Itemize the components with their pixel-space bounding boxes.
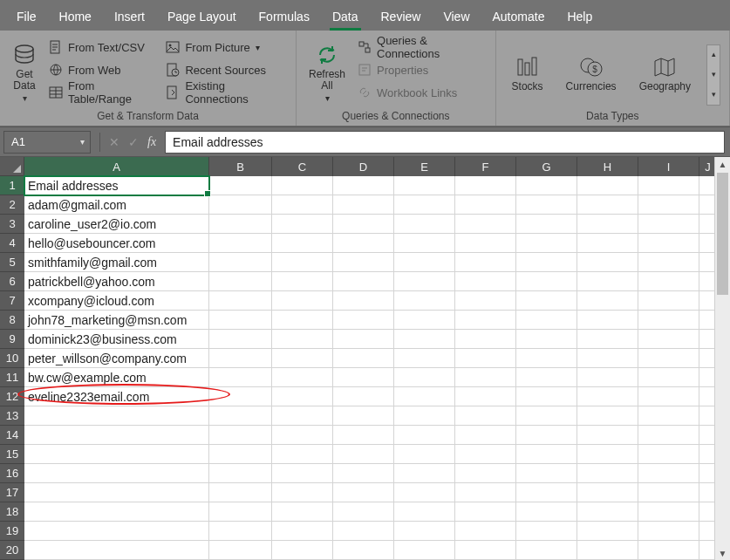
- row-header-1[interactable]: 1: [0, 176, 24, 195]
- cell-D4[interactable]: [333, 234, 394, 253]
- row-header-20[interactable]: 20: [0, 541, 24, 560]
- cell-I4[interactable]: [638, 234, 699, 253]
- cell-B17[interactable]: [209, 483, 272, 502]
- cell-D17[interactable]: [333, 483, 394, 502]
- formula-input[interactable]: Email addresses: [165, 131, 725, 154]
- cell-D3[interactable]: [333, 215, 394, 234]
- row-header-3[interactable]: 3: [0, 215, 24, 234]
- cell-H10[interactable]: [577, 349, 638, 368]
- cell-B20[interactable]: [209, 541, 272, 560]
- cell-H8[interactable]: [577, 311, 638, 330]
- workbook-links-button[interactable]: Workbook Links: [358, 81, 487, 104]
- cell-F14[interactable]: [455, 426, 516, 445]
- cell-F10[interactable]: [455, 349, 516, 368]
- cell-H1[interactable]: [577, 176, 638, 195]
- cell-A5[interactable]: smithfamily@gmail.com: [24, 253, 209, 272]
- cell-B5[interactable]: [209, 253, 272, 272]
- cell-D9[interactable]: [333, 330, 394, 349]
- menu-item-formulas[interactable]: Formulas: [248, 4, 321, 31]
- column-header-A[interactable]: A: [24, 157, 209, 176]
- cell-H4[interactable]: [577, 234, 638, 253]
- cell-A10[interactable]: peter_willson@company.com: [24, 349, 209, 368]
- cell-E8[interactable]: [394, 311, 455, 330]
- menu-item-page-layout[interactable]: Page Layout: [156, 4, 248, 31]
- cell-B19[interactable]: [209, 522, 272, 541]
- cell-B12[interactable]: [209, 387, 272, 406]
- cell-F4[interactable]: [455, 234, 516, 253]
- cell-C12[interactable]: [272, 387, 333, 406]
- cell-F5[interactable]: [455, 253, 516, 272]
- cell-H2[interactable]: [577, 195, 638, 215]
- row-header-17[interactable]: 17: [0, 483, 24, 502]
- row-header-11[interactable]: 11: [0, 368, 24, 387]
- cell-G14[interactable]: [516, 426, 577, 445]
- cell-G1[interactable]: [516, 176, 577, 195]
- cell-C9[interactable]: [272, 330, 333, 349]
- cell-F7[interactable]: [455, 291, 516, 311]
- cell-E10[interactable]: [394, 349, 455, 368]
- cell-E12[interactable]: [394, 387, 455, 406]
- cell-F20[interactable]: [455, 541, 516, 560]
- cell-A18[interactable]: [24, 502, 209, 522]
- cell-G17[interactable]: [516, 483, 577, 502]
- cell-D12[interactable]: [333, 387, 394, 406]
- enter-icon[interactable]: ✓: [128, 135, 139, 149]
- column-header-I[interactable]: I: [638, 157, 699, 176]
- cell-I20[interactable]: [638, 541, 699, 560]
- cell-I19[interactable]: [638, 522, 699, 541]
- cell-B16[interactable]: [209, 464, 272, 483]
- cell-B10[interactable]: [209, 349, 272, 368]
- cell-I6[interactable]: [638, 272, 699, 291]
- data-types-expand[interactable]: ▴ ▾ ▾: [706, 44, 720, 106]
- cell-I12[interactable]: [638, 387, 699, 406]
- cell-F3[interactable]: [455, 215, 516, 234]
- cell-G2[interactable]: [516, 195, 577, 215]
- cell-C3[interactable]: [272, 215, 333, 234]
- cell-C10[interactable]: [272, 349, 333, 368]
- refresh-all-button[interactable]: Refresh All ▾: [305, 41, 349, 105]
- cell-B15[interactable]: [209, 445, 272, 464]
- cell-F19[interactable]: [455, 522, 516, 541]
- cell-H20[interactable]: [577, 541, 638, 560]
- cell-E16[interactable]: [394, 464, 455, 483]
- row-header-2[interactable]: 2: [0, 195, 24, 215]
- cell-G15[interactable]: [516, 445, 577, 464]
- properties-button[interactable]: Properties: [358, 58, 487, 81]
- cell-B18[interactable]: [209, 502, 272, 522]
- row-header-13[interactable]: 13: [0, 406, 24, 426]
- stocks-button[interactable]: Stocks: [505, 54, 550, 92]
- cell-A2[interactable]: adam@gmail.com: [24, 195, 209, 215]
- cell-H17[interactable]: [577, 483, 638, 502]
- cell-F13[interactable]: [455, 406, 516, 426]
- cell-G5[interactable]: [516, 253, 577, 272]
- from-web-button[interactable]: From Web: [49, 58, 157, 81]
- cell-D13[interactable]: [333, 406, 394, 426]
- menu-item-help[interactable]: Help: [556, 4, 604, 31]
- scroll-thumb[interactable]: [717, 173, 728, 295]
- cell-C20[interactable]: [272, 541, 333, 560]
- cell-G4[interactable]: [516, 234, 577, 253]
- cell-F8[interactable]: [455, 311, 516, 330]
- cell-H5[interactable]: [577, 253, 638, 272]
- cell-G10[interactable]: [516, 349, 577, 368]
- row-header-4[interactable]: 4: [0, 234, 24, 253]
- cell-D7[interactable]: [333, 291, 394, 311]
- cell-A19[interactable]: [24, 522, 209, 541]
- scroll-down-arrow[interactable]: ▼: [715, 546, 730, 560]
- recent-sources-button[interactable]: Recent Sources: [166, 58, 287, 81]
- row-header-14[interactable]: 14: [0, 426, 24, 445]
- cell-B2[interactable]: [209, 195, 272, 215]
- cell-D6[interactable]: [333, 272, 394, 291]
- cell-D5[interactable]: [333, 253, 394, 272]
- column-header-G[interactable]: G: [516, 157, 577, 176]
- geography-button[interactable]: Geography: [632, 54, 698, 92]
- cell-C18[interactable]: [272, 502, 333, 522]
- cell-H12[interactable]: [577, 387, 638, 406]
- cell-H19[interactable]: [577, 522, 638, 541]
- cell-H9[interactable]: [577, 330, 638, 349]
- cell-E19[interactable]: [394, 522, 455, 541]
- cell-I8[interactable]: [638, 311, 699, 330]
- cell-B13[interactable]: [209, 406, 272, 426]
- cell-C7[interactable]: [272, 291, 333, 311]
- row-header-6[interactable]: 6: [0, 272, 24, 291]
